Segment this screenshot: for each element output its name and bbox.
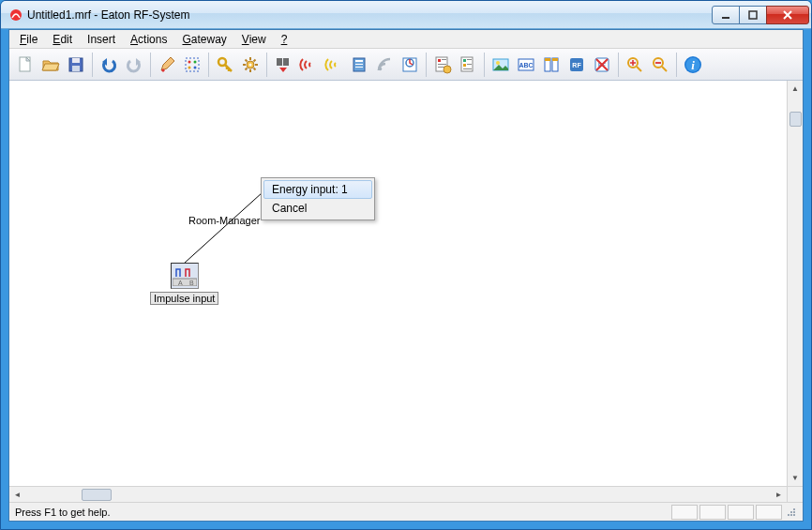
rf-badge-button[interactable]: RF [564,53,589,77]
svg-point-8 [188,60,191,63]
svg-point-0 [10,9,22,21]
open-file-button[interactable] [38,53,63,77]
status-panes [671,505,782,520]
minimize-button[interactable] [712,6,740,24]
close-button[interactable] [766,6,809,24]
scroll-down-icon[interactable]: ▼ [788,470,803,486]
svg-rect-33 [463,68,472,69]
key-button[interactable] [213,53,237,77]
barcode-down-button[interactable] [271,53,295,77]
canvas-area: Room-Manager A B Impulse input Energy in… [9,81,803,486]
context-menu-cancel[interactable]: Cancel [263,199,372,218]
scroll-left-icon[interactable]: ◄ [9,487,25,502]
scroll-up-icon[interactable]: ▲ [788,81,803,97]
titlebar[interactable]: Untitled1.mrf - Eaton RF-System [1,1,811,29]
svg-rect-7 [186,58,199,71]
svg-rect-56 [790,514,792,516]
menu-help[interactable]: ? [275,32,294,47]
save-file-button[interactable] [64,53,88,77]
impulse-input-node[interactable]: A B [171,263,199,289]
page-cfg-button[interactable] [430,53,455,77]
toolbar-separator [266,53,267,77]
menu-file[interactable]: File [13,32,44,47]
svg-text:ABC: ABC [519,62,533,68]
scroll-right-icon[interactable]: ► [771,487,787,502]
svg-rect-18 [355,67,363,68]
svg-rect-57 [793,511,795,513]
book-button[interactable] [347,53,371,77]
svg-text:A: A [178,280,183,286]
svg-rect-59 [790,511,792,513]
toolbar-separator [426,53,427,77]
svg-point-27 [444,66,451,73]
rss-grey-button[interactable] [372,53,397,77]
context-menu-energy-input[interactable]: Energy input: 1 [263,180,372,199]
stats-button[interactable] [398,53,422,77]
info-button[interactable]: i [681,53,705,77]
horizontal-scrollbar[interactable]: ◄ ► [9,486,787,502]
scroll-thumb[interactable] [789,112,802,127]
svg-rect-40 [545,58,550,61]
toolbar-separator [92,53,93,77]
svg-rect-41 [552,58,558,61]
menu-edit[interactable]: Edit [46,32,79,47]
svg-rect-16 [355,60,363,62]
menu-gateway[interactable]: Gateway [175,32,233,47]
gear-button[interactable] [238,53,263,77]
svg-rect-31 [463,64,466,67]
canvas[interactable]: Room-Manager A B Impulse input Energy in… [9,81,787,486]
svg-rect-1 [722,17,729,19]
scroll-corner [787,486,803,502]
toolbar-separator [676,53,677,77]
svg-point-9 [194,60,197,63]
signal-red-button[interactable] [296,53,321,77]
page-edit-button[interactable] [456,53,480,77]
new-file-button[interactable] [13,53,38,77]
menu-view[interactable]: View [235,32,273,47]
svg-rect-5 [72,58,80,63]
status-pane [728,505,754,520]
scroll-thumb[interactable] [82,489,112,501]
image-button[interactable] [489,53,513,77]
toolbar: ABC RF RF i [9,49,803,81]
svg-point-35 [496,61,500,65]
menu-actions[interactable]: Actions [124,32,173,47]
grid-select-button[interactable] [180,53,204,77]
signal-yellow-button[interactable] [322,53,346,77]
menubar: File Edit Insert Actions Gateway View ? [9,30,803,49]
svg-rect-55 [793,514,795,516]
status-hint: Press F1 to get help. [15,507,111,518]
context-menu: Energy input: 1 Cancel [261,177,375,220]
zoom-in-button[interactable] [623,53,647,77]
maximize-button[interactable] [739,6,767,24]
window-title: Untitled1.mrf - Eaton RF-System [27,8,713,22]
svg-rect-17 [355,64,363,65]
toolbar-separator [484,53,485,77]
columns-button[interactable] [539,53,564,77]
pencil-button[interactable] [155,53,179,77]
svg-point-19 [379,67,383,70]
status-pane [756,505,782,520]
svg-rect-30 [467,59,472,60]
resize-grip-icon[interactable] [786,507,797,518]
status-pane [699,505,726,520]
window-controls [713,6,809,24]
toolbar-separator [208,53,209,77]
vertical-scrollbar[interactable]: ▲ ▼ [787,81,803,486]
svg-text:B: B [189,280,194,286]
zoom-out-button[interactable] [648,53,672,77]
menu-insert[interactable]: Insert [81,32,122,47]
toolbar-separator [150,53,151,77]
svg-rect-32 [467,64,472,65]
svg-rect-24 [442,59,446,60]
svg-line-51 [184,192,263,264]
toolbar-separator [618,53,619,77]
hscroll-row: ◄ ► [9,486,803,502]
undo-button[interactable] [97,53,121,77]
redo-button[interactable] [122,53,146,77]
impulse-input-label[interactable]: Impulse input [150,292,218,305]
rf-delete-button[interactable]: RF [590,53,614,77]
svg-rect-60 [793,508,795,510]
abc-button[interactable]: ABC [514,53,538,77]
svg-rect-29 [463,59,466,62]
